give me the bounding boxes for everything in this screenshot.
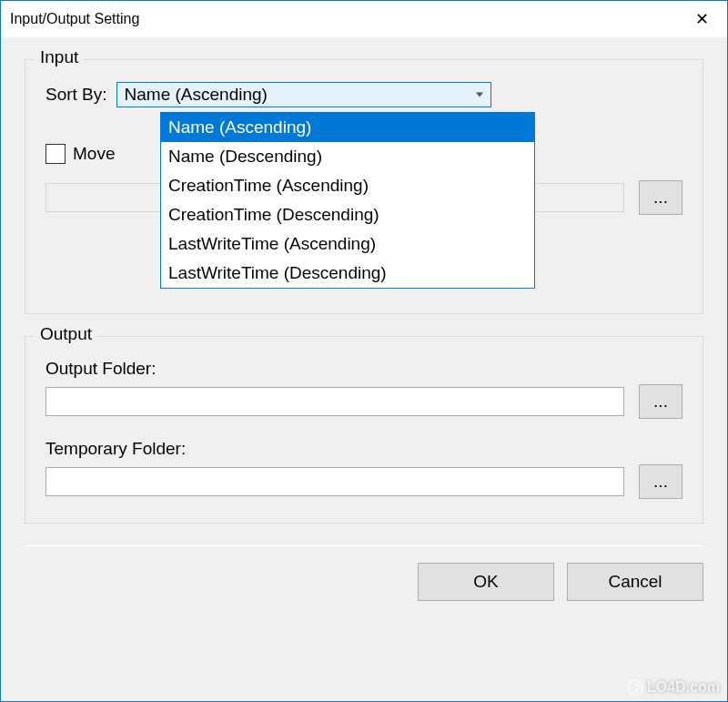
move-label: Move xyxy=(73,144,115,164)
sort-option[interactable]: LastWriteTime (Descending) xyxy=(161,259,534,288)
temp-folder-browse-button[interactable]: ... xyxy=(639,464,682,499)
sort-option[interactable]: LastWriteTime (Ascending) xyxy=(161,229,534,259)
sort-by-selected: Name (Ascending) xyxy=(125,85,268,105)
cancel-button-label: Cancel xyxy=(608,572,662,592)
temp-folder-label: Temporary Folder: xyxy=(46,439,682,459)
divider xyxy=(25,545,703,546)
ok-button[interactable]: OK xyxy=(418,563,554,601)
output-folder-label: Output Folder: xyxy=(46,359,682,379)
cancel-button[interactable]: Cancel xyxy=(567,563,703,601)
output-legend: Output xyxy=(35,324,97,344)
ok-button-label: OK xyxy=(473,572,498,592)
temp-folder-input[interactable] xyxy=(46,467,624,496)
watermark-text: LO4D.com xyxy=(647,679,720,696)
move-checkbox[interactable] xyxy=(46,144,66,164)
dialog-window: Input/Output Setting ✕ Input Sort By: Na… xyxy=(0,0,728,702)
ellipsis-icon: ... xyxy=(653,392,668,412)
chevron-down-icon xyxy=(476,93,483,97)
sort-option[interactable]: Name (Ascending) xyxy=(161,113,534,142)
output-fieldset: Output Output Folder: ... Temporary Fold… xyxy=(25,336,703,524)
title-bar: Input/Output Setting ✕ xyxy=(1,1,727,37)
window-title: Input/Output Setting xyxy=(10,11,139,27)
output-folder-input[interactable] xyxy=(46,387,624,416)
sort-option[interactable]: Name (Descending) xyxy=(161,142,534,171)
dialog-buttons: OK Cancel xyxy=(25,563,703,601)
sort-by-dropdown[interactable]: Name (Ascending)Name (Descending)Creatio… xyxy=(160,112,535,289)
output-folder-browse-button[interactable]: ... xyxy=(639,384,682,419)
input-fieldset: Input Sort By: Name (Ascending) Move ... xyxy=(25,59,703,314)
input-legend: Input xyxy=(35,47,84,67)
watermark-icon xyxy=(627,679,643,696)
sort-option[interactable]: CreationTime (Ascending) xyxy=(161,171,534,200)
ellipsis-icon: ... xyxy=(653,472,668,492)
close-icon: ✕ xyxy=(695,9,709,29)
watermark: LO4D.com xyxy=(627,679,720,696)
move-browse-button[interactable]: ... xyxy=(639,180,682,215)
sort-option[interactable]: CreationTime (Descending) xyxy=(161,200,534,229)
sort-by-combo[interactable]: Name (Ascending) xyxy=(116,82,491,107)
dialog-content: Input Sort By: Name (Ascending) Move ... xyxy=(1,37,727,701)
close-button[interactable]: ✕ xyxy=(683,5,720,33)
sort-by-label: Sort By: xyxy=(46,85,107,105)
ellipsis-icon: ... xyxy=(653,188,668,208)
